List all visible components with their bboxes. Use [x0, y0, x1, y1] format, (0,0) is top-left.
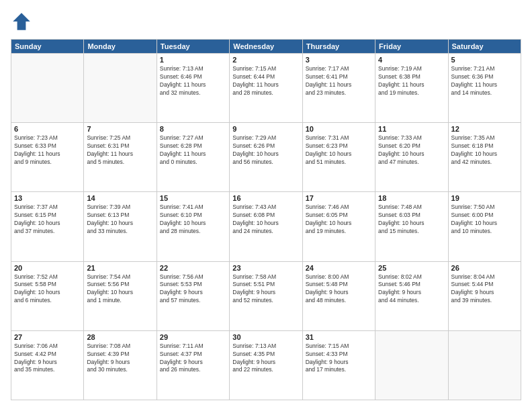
- day-number: 31: [306, 333, 372, 341]
- day-info: Sunrise: 7:23 AM Sunset: 6:33 PM Dayligh…: [14, 134, 81, 167]
- day-info: Sunrise: 7:54 AM Sunset: 5:56 PM Dayligh…: [87, 273, 153, 306]
- table-row: 30Sunrise: 7:13 AM Sunset: 4:35 PM Dayli…: [230, 330, 302, 400]
- day-info: Sunrise: 7:58 AM Sunset: 5:51 PM Dayligh…: [232, 273, 299, 306]
- day-number: 6: [14, 125, 81, 133]
- day-number: 30: [232, 333, 299, 341]
- table-row: 21Sunrise: 7:54 AM Sunset: 5:56 PM Dayli…: [84, 261, 157, 330]
- table-row: 11Sunrise: 7:33 AM Sunset: 6:20 PM Dayli…: [375, 123, 448, 192]
- calendar-row: 27Sunrise: 7:06 AM Sunset: 4:42 PM Dayli…: [11, 330, 521, 400]
- table-row: 18Sunrise: 7:48 AM Sunset: 6:03 PM Dayli…: [375, 192, 448, 261]
- day-info: Sunrise: 7:13 AM Sunset: 6:46 PM Dayligh…: [160, 65, 226, 97]
- header-monday: Monday: [84, 40, 157, 54]
- table-row: 19Sunrise: 7:50 AM Sunset: 6:00 PM Dayli…: [448, 192, 521, 261]
- day-info: Sunrise: 7:39 AM Sunset: 6:13 PM Dayligh…: [87, 203, 153, 236]
- table-row: [448, 330, 521, 400]
- day-number: 16: [232, 194, 299, 202]
- day-number: 24: [306, 264, 372, 272]
- day-info: Sunrise: 8:00 AM Sunset: 5:48 PM Dayligh…: [306, 273, 372, 306]
- day-number: 17: [306, 194, 372, 202]
- day-number: 23: [232, 264, 299, 272]
- day-info: Sunrise: 7:08 AM Sunset: 4:39 PM Dayligh…: [87, 342, 153, 375]
- calendar-row: 20Sunrise: 7:52 AM Sunset: 5:58 PM Dayli…: [11, 261, 521, 330]
- table-row: 10Sunrise: 7:31 AM Sunset: 6:23 PM Dayli…: [302, 123, 375, 192]
- day-number: 13: [14, 194, 81, 202]
- day-info: Sunrise: 7:11 AM Sunset: 4:37 PM Dayligh…: [160, 342, 226, 375]
- table-row: 9Sunrise: 7:29 AM Sunset: 6:26 PM Daylig…: [230, 123, 302, 192]
- logo-icon: [11, 11, 32, 32]
- table-row: 27Sunrise: 7:06 AM Sunset: 4:42 PM Dayli…: [11, 330, 84, 400]
- day-info: Sunrise: 7:56 AM Sunset: 5:53 PM Dayligh…: [160, 273, 226, 306]
- table-row: 5Sunrise: 7:21 AM Sunset: 6:36 PM Daylig…: [448, 54, 521, 123]
- day-number: 7: [87, 125, 153, 133]
- table-row: 15Sunrise: 7:41 AM Sunset: 6:10 PM Dayli…: [157, 192, 229, 261]
- day-number: 10: [306, 125, 372, 133]
- table-row: 3Sunrise: 7:17 AM Sunset: 6:41 PM Daylig…: [302, 54, 375, 123]
- day-number: 25: [378, 264, 445, 272]
- day-number: 1: [160, 56, 226, 64]
- day-info: Sunrise: 7:15 AM Sunset: 4:33 PM Dayligh…: [306, 342, 372, 375]
- day-info: Sunrise: 7:21 AM Sunset: 6:36 PM Dayligh…: [451, 65, 518, 97]
- page: Sunday Monday Tuesday Wednesday Thursday…: [0, 0, 532, 411]
- day-number: 19: [451, 194, 518, 202]
- svg-marker-0: [13, 13, 30, 30]
- day-number: 28: [87, 333, 153, 341]
- header-tuesday: Tuesday: [157, 40, 229, 54]
- header-thursday: Thursday: [302, 40, 375, 54]
- header: [11, 11, 521, 32]
- table-row: 6Sunrise: 7:23 AM Sunset: 6:33 PM Daylig…: [11, 123, 84, 192]
- weekday-header-row: Sunday Monday Tuesday Wednesday Thursday…: [11, 40, 521, 54]
- calendar-row: 13Sunrise: 7:37 AM Sunset: 6:15 PM Dayli…: [11, 192, 521, 261]
- table-row: 31Sunrise: 7:15 AM Sunset: 4:33 PM Dayli…: [302, 330, 375, 400]
- header-sunday: Sunday: [11, 40, 84, 54]
- table-row: 22Sunrise: 7:56 AM Sunset: 5:53 PM Dayli…: [157, 261, 229, 330]
- day-number: 2: [232, 56, 299, 64]
- day-info: Sunrise: 7:31 AM Sunset: 6:23 PM Dayligh…: [306, 134, 372, 167]
- table-row: 14Sunrise: 7:39 AM Sunset: 6:13 PM Dayli…: [84, 192, 157, 261]
- header-wednesday: Wednesday: [230, 40, 302, 54]
- day-number: 5: [451, 56, 518, 64]
- table-row: 2Sunrise: 7:15 AM Sunset: 6:44 PM Daylig…: [230, 54, 302, 123]
- day-info: Sunrise: 7:52 AM Sunset: 5:58 PM Dayligh…: [14, 273, 81, 306]
- day-info: Sunrise: 7:41 AM Sunset: 6:10 PM Dayligh…: [160, 203, 226, 236]
- day-number: 20: [14, 264, 81, 272]
- logo: [11, 11, 35, 32]
- day-info: Sunrise: 7:13 AM Sunset: 4:35 PM Dayligh…: [232, 342, 299, 375]
- day-info: Sunrise: 7:17 AM Sunset: 6:41 PM Dayligh…: [306, 65, 372, 97]
- table-row: 12Sunrise: 7:35 AM Sunset: 6:18 PM Dayli…: [448, 123, 521, 192]
- day-number: 29: [160, 333, 226, 341]
- day-info: Sunrise: 7:15 AM Sunset: 6:44 PM Dayligh…: [232, 65, 299, 97]
- day-info: Sunrise: 7:25 AM Sunset: 6:31 PM Dayligh…: [87, 134, 153, 167]
- day-number: 11: [378, 125, 445, 133]
- calendar-row: 6Sunrise: 7:23 AM Sunset: 6:33 PM Daylig…: [11, 123, 521, 192]
- table-row: 23Sunrise: 7:58 AM Sunset: 5:51 PM Dayli…: [230, 261, 302, 330]
- table-row: 4Sunrise: 7:19 AM Sunset: 6:38 PM Daylig…: [375, 54, 448, 123]
- table-row: 29Sunrise: 7:11 AM Sunset: 4:37 PM Dayli…: [157, 330, 229, 400]
- table-row: 24Sunrise: 8:00 AM Sunset: 5:48 PM Dayli…: [302, 261, 375, 330]
- header-saturday: Saturday: [448, 40, 521, 54]
- day-number: 8: [160, 125, 226, 133]
- table-row: 13Sunrise: 7:37 AM Sunset: 6:15 PM Dayli…: [11, 192, 84, 261]
- day-number: 26: [451, 264, 518, 272]
- header-friday: Friday: [375, 40, 448, 54]
- day-number: 21: [87, 264, 153, 272]
- day-info: Sunrise: 7:48 AM Sunset: 6:03 PM Dayligh…: [378, 203, 445, 236]
- table-row: 25Sunrise: 8:02 AM Sunset: 5:46 PM Dayli…: [375, 261, 448, 330]
- day-number: 14: [87, 194, 153, 202]
- day-info: Sunrise: 8:04 AM Sunset: 5:44 PM Dayligh…: [451, 273, 518, 306]
- day-info: Sunrise: 7:35 AM Sunset: 6:18 PM Dayligh…: [451, 134, 518, 167]
- day-info: Sunrise: 7:29 AM Sunset: 6:26 PM Dayligh…: [232, 134, 299, 167]
- table-row: 7Sunrise: 7:25 AM Sunset: 6:31 PM Daylig…: [84, 123, 157, 192]
- day-info: Sunrise: 7:19 AM Sunset: 6:38 PM Dayligh…: [378, 65, 445, 97]
- day-number: 12: [451, 125, 518, 133]
- table-row: 20Sunrise: 7:52 AM Sunset: 5:58 PM Dayli…: [11, 261, 84, 330]
- day-info: Sunrise: 7:50 AM Sunset: 6:00 PM Dayligh…: [451, 203, 518, 236]
- day-number: 27: [14, 333, 81, 341]
- table-row: [375, 330, 448, 400]
- day-number: 3: [306, 56, 372, 64]
- day-info: Sunrise: 7:46 AM Sunset: 6:05 PM Dayligh…: [306, 203, 372, 236]
- table-row: 28Sunrise: 7:08 AM Sunset: 4:39 PM Dayli…: [84, 330, 157, 400]
- day-number: 18: [378, 194, 445, 202]
- table-row: [84, 54, 157, 123]
- day-info: Sunrise: 7:06 AM Sunset: 4:42 PM Dayligh…: [14, 342, 81, 375]
- day-info: Sunrise: 7:33 AM Sunset: 6:20 PM Dayligh…: [378, 134, 445, 167]
